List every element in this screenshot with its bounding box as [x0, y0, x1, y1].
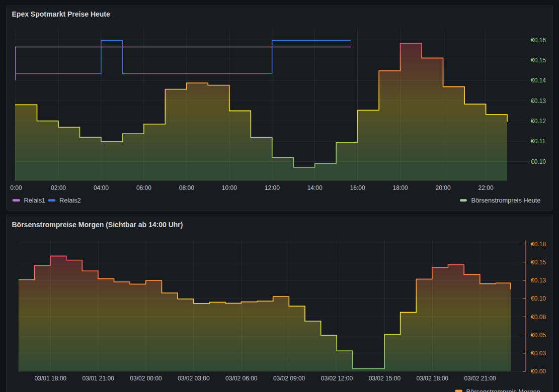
svg-text:12:00: 12:00 — [265, 184, 280, 191]
svg-text:€0.08: €0.08 — [531, 314, 546, 321]
svg-text:14:00: 14:00 — [307, 184, 323, 191]
svg-text:10:00: 10:00 — [222, 184, 237, 191]
svg-text:€0.15: €0.15 — [531, 57, 546, 64]
svg-text:03/02 18:00: 03/02 18:00 — [417, 375, 449, 382]
svg-text:18:00: 18:00 — [393, 184, 408, 191]
svg-text:Börsenstrompreise Morgen (Sich: Börsenstrompreise Morgen (Sichtbar ab 14… — [12, 221, 183, 229]
svg-text:€0.18: €0.18 — [531, 241, 546, 248]
svg-text:€0.12: €0.12 — [531, 118, 546, 125]
svg-text:03/02 06:00: 03/02 06:00 — [225, 375, 258, 382]
svg-text:16:00: 16:00 — [350, 184, 365, 191]
svg-text:04:00: 04:00 — [94, 184, 109, 191]
svg-text:Börsenstrompreis Morgen: Börsenstrompreis Morgen — [466, 388, 540, 392]
svg-text:€0.13: €0.13 — [531, 277, 546, 284]
svg-text:03/02 15:00: 03/02 15:00 — [369, 375, 401, 382]
svg-text:03/01 21:00: 03/01 21:00 — [82, 375, 114, 382]
svg-text:03/02 00:00: 03/02 00:00 — [130, 375, 162, 382]
svg-text:€0.03: €0.03 — [531, 350, 546, 357]
svg-text:03/02 09:00: 03/02 09:00 — [273, 375, 305, 382]
svg-text:€0.10: €0.10 — [531, 158, 546, 165]
svg-text:€0.15: €0.15 — [531, 259, 546, 266]
svg-text:€0.05: €0.05 — [531, 332, 546, 339]
svg-text:0:00: 0:00 — [10, 184, 22, 191]
svg-text:€0.10: €0.10 — [531, 295, 546, 302]
svg-text:€0.00: €0.00 — [531, 368, 546, 375]
svg-text:Relais2: Relais2 — [59, 197, 81, 204]
svg-text:03/02 12:00: 03/02 12:00 — [321, 375, 353, 382]
svg-text:€0.14: €0.14 — [531, 77, 546, 84]
svg-text:03/01 18:00: 03/01 18:00 — [35, 375, 67, 382]
svg-text:02:00: 02:00 — [51, 184, 66, 191]
svg-text:€0.13: €0.13 — [531, 97, 546, 105]
svg-text:€0.16: €0.16 — [531, 37, 546, 44]
svg-text:06:00: 06:00 — [136, 184, 151, 191]
svg-text:03/02 03:00: 03/02 03:00 — [178, 375, 210, 382]
svg-text:Börsenstrompreis Heute: Börsenstrompreis Heute — [471, 197, 541, 204]
svg-text:Epex Spotmarkt Preise Heute: Epex Spotmarkt Preise Heute — [12, 10, 111, 18]
svg-text:22:00: 22:00 — [478, 184, 494, 191]
svg-text:03/02 21:00: 03/02 21:00 — [464, 375, 496, 382]
svg-text:€0.11: €0.11 — [531, 138, 545, 145]
svg-text:Relais1: Relais1 — [24, 197, 46, 204]
svg-text:20:00: 20:00 — [436, 184, 451, 191]
svg-text:08:00: 08:00 — [179, 184, 194, 191]
